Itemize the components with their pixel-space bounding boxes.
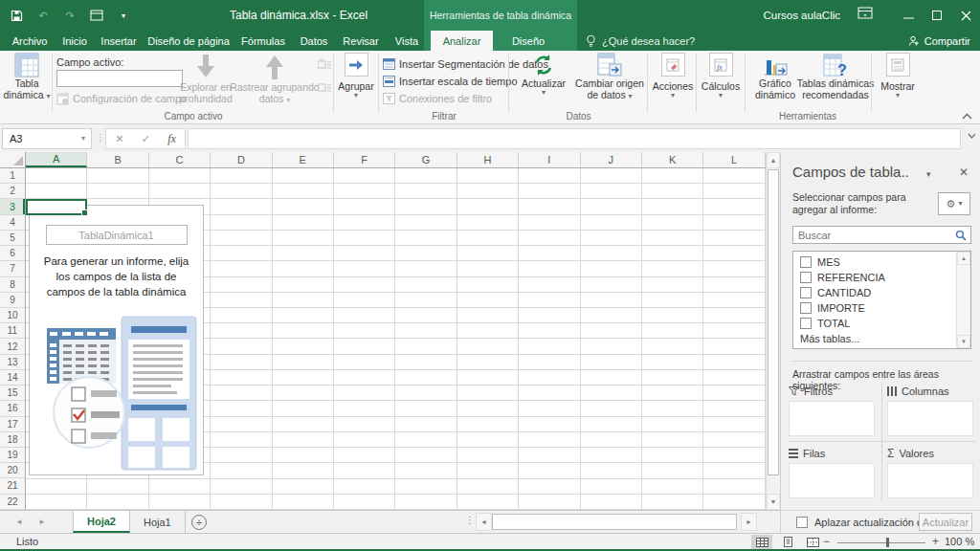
tab-analizar[interactable]: Analizar — [431, 31, 493, 51]
sheet-nav-right-icon[interactable]: ► — [38, 518, 46, 526]
row-header-6[interactable]: 6 — [0, 246, 25, 261]
scroll-down-icon[interactable]: ▼ — [957, 335, 970, 348]
scroll-up-icon[interactable]: ▲ — [767, 152, 780, 168]
field-item-total[interactable]: TOTAL — [793, 316, 955, 331]
tab-formulas[interactable]: Fórmulas — [235, 31, 291, 51]
row-header-7[interactable]: 7 — [0, 261, 25, 276]
row-header-9[interactable]: 9 — [0, 293, 25, 308]
tab-diseno-de-pagina[interactable]: Diseño de página — [145, 31, 232, 51]
row-header-18[interactable]: 18 — [0, 432, 25, 448]
tab-vista[interactable]: Vista — [389, 31, 425, 51]
zoom-slider-thumb[interactable] — [886, 538, 889, 547]
explorar-en-profundidad-button[interactable]: Explorar en profundidad — [178, 53, 234, 104]
cancel-icon[interactable]: ✕ — [115, 133, 123, 145]
tab-revisar[interactable]: Revisar — [337, 31, 385, 51]
actualizar-button[interactable]: Actualizar ▾ — [514, 53, 573, 97]
filtros-drop-zone[interactable] — [789, 401, 875, 436]
field-checkbox[interactable] — [800, 318, 812, 329]
field-item-importe[interactable]: IMPORTE — [793, 300, 955, 316]
save-icon[interactable] — [8, 7, 25, 24]
column-header-F[interactable]: F — [334, 152, 395, 167]
close-button[interactable] — [951, 0, 980, 31]
pane-options-caret-icon[interactable]: ▾ — [926, 169, 931, 179]
filas-drop-zone[interactable] — [789, 463, 875, 498]
field-item-mes[interactable]: MES — [793, 254, 955, 270]
vertical-scroll-thumb[interactable] — [768, 169, 779, 475]
tab-archivo[interactable]: Archivo — [8, 31, 52, 51]
more-tables-link[interactable]: Más tablas... — [800, 333, 859, 344]
zoom-out-icon[interactable]: − — [823, 535, 830, 548]
pane-close-icon[interactable]: ✕ — [959, 165, 969, 179]
tab-insertar[interactable]: Insertar — [96, 31, 142, 51]
acciones-button[interactable]: Acciones ▾ — [652, 53, 694, 99]
insertar-escala-tiempo-button[interactable]: Insertar escala de tiempo — [383, 74, 518, 89]
collapse-ribbon-icon[interactable] — [962, 113, 972, 120]
field-item-cantidad[interactable]: CANTIDAD — [793, 285, 955, 300]
field-list-scrollbar[interactable]: ▲ ▼ — [956, 252, 970, 348]
tools-gear-button[interactable]: ⚙ ▾ — [938, 192, 970, 215]
agrupar-button[interactable]: Agrupar ▾ — [337, 53, 375, 99]
update-button-disabled[interactable]: Actualizar — [919, 513, 972, 531]
zoom-slider-track[interactable] — [837, 542, 925, 543]
column-header-L[interactable]: L — [703, 152, 765, 167]
grafico-dinamico-button[interactable]: Gráfico dinámico — [748, 53, 802, 100]
row-header-22[interactable]: 22 — [0, 495, 25, 510]
row-header-12[interactable]: 12 — [0, 339, 25, 354]
row-header-13[interactable]: 13 — [0, 355, 25, 370]
redo-icon[interactable]: ↷ — [61, 7, 78, 24]
tell-me-box[interactable]: ¿Qué desea hacer? — [586, 31, 695, 51]
new-sheet-icon[interactable]: + — [191, 515, 207, 530]
defer-checkbox[interactable] — [796, 517, 808, 528]
insert-function-icon[interactable]: fx — [167, 132, 176, 146]
sheet-tab-hoja1[interactable]: Hoja1 — [130, 511, 186, 533]
tab-splitter-icon[interactable]: ⋮ — [465, 515, 475, 525]
scroll-down-icon[interactable]: ▼ — [767, 494, 780, 510]
undo-icon[interactable]: ↶ — [34, 7, 52, 24]
field-item-referencia[interactable]: REFERENCIA — [793, 270, 955, 285]
row-header-5[interactable]: 5 — [0, 231, 25, 246]
field-checkbox[interactable] — [800, 272, 812, 283]
field-checkbox[interactable] — [800, 287, 812, 298]
expand-field-icon[interactable] — [318, 58, 331, 71]
tablas-dinamicas-recomendadas-button[interactable]: ? Tablas dinámicas recomendadas — [804, 53, 867, 100]
mostrar-button[interactable]: Mostrar ▾ — [876, 53, 920, 99]
qat-customize-icon[interactable]: ▾ — [115, 7, 132, 24]
column-header-D[interactable]: D — [211, 152, 272, 167]
page-layout-view-icon[interactable] — [777, 535, 798, 549]
row-header-3[interactable]: 3 — [0, 199, 25, 214]
field-checkbox[interactable] — [800, 302, 812, 314]
conexiones-de-filtro-button[interactable]: Conexiones de filtro — [383, 91, 492, 106]
share-button[interactable]: Compartir — [908, 31, 970, 51]
column-header-E[interactable]: E — [273, 152, 334, 167]
column-header-B[interactable]: B — [87, 152, 148, 167]
row-header-14[interactable]: 14 — [0, 370, 25, 386]
column-header-C[interactable]: C — [149, 152, 211, 167]
column-header-K[interactable]: K — [642, 152, 703, 167]
configuracion-de-campo-button[interactable]: Configuración de campo — [56, 91, 187, 106]
touch-mode-icon[interactable] — [88, 7, 105, 24]
row-header-1[interactable]: 1 — [0, 168, 25, 184]
column-header-G[interactable]: G — [395, 152, 457, 167]
row-header-4[interactable]: 4 — [0, 215, 25, 231]
campo-activo-input[interactable] — [56, 70, 183, 87]
normal-view-icon[interactable] — [751, 535, 772, 549]
column-header-A[interactable]: A — [26, 152, 87, 167]
row-header-15[interactable]: 15 — [0, 386, 25, 401]
row-header-17[interactable]: 17 — [0, 417, 25, 432]
column-header-J[interactable]: J — [581, 152, 642, 167]
tab-inicio[interactable]: Inicio — [57, 31, 92, 51]
ribbon-display-options-icon[interactable] — [858, 7, 873, 19]
page-break-view-icon[interactable] — [802, 535, 823, 549]
select-all-corner[interactable] — [0, 152, 26, 168]
hscroll-left-icon[interactable]: ◄ — [476, 513, 492, 531]
field-checkbox[interactable] — [800, 256, 812, 268]
row-header-16[interactable]: 16 — [0, 401, 25, 416]
columnas-drop-zone[interactable] — [887, 401, 973, 436]
row-header-21[interactable]: 21 — [0, 478, 25, 494]
formula-input[interactable] — [188, 128, 961, 149]
row-header-2[interactable]: 2 — [0, 184, 25, 199]
valores-drop-zone[interactable] — [887, 463, 973, 498]
scroll-up-icon[interactable]: ▲ — [957, 252, 970, 265]
vertical-scrollbar[interactable]: ▲ ▼ — [766, 152, 780, 510]
horizontal-scroll-thumb[interactable] — [492, 514, 737, 530]
